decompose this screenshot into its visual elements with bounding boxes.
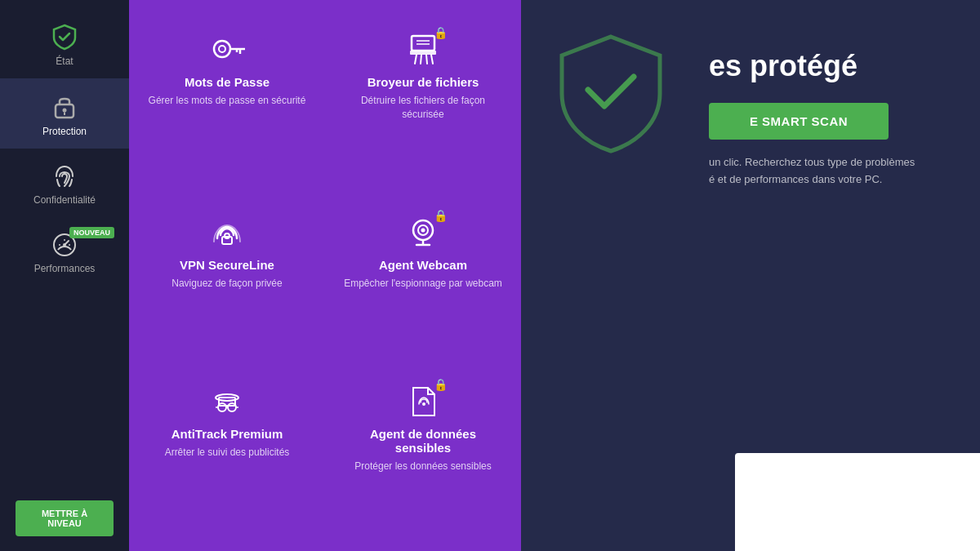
antitrack-icon <box>209 383 245 419</box>
sidebar-item-label: Performances <box>34 263 96 274</box>
svg-line-20 <box>426 55 427 64</box>
dropdown-item-desc: Empêcher l'espionnage par webcam <box>344 277 502 291</box>
key-icon <box>209 31 245 67</box>
webcam-icon: 🔒 <box>405 214 441 250</box>
dropdown-item-desc: Protéger les données sensibles <box>354 460 491 473</box>
dropdown-item-title: Agent Webcam <box>379 258 467 272</box>
dropdown-item-title: VPN SecureLine <box>180 258 274 272</box>
sidebar-item-protection[interactable]: Protection <box>0 78 129 149</box>
sidebar-item-performances[interactable]: NOUVEAU Performances <box>0 217 129 286</box>
fingerprint-icon <box>51 163 78 189</box>
main-content: es protégé E SMART SCAN un clic. Recherc… <box>521 0 980 551</box>
svg-point-36 <box>422 402 425 406</box>
shredder-icon: 🔒 <box>405 31 441 67</box>
datasensible-icon: 🔒 <box>405 383 441 419</box>
dropdown-item-title: Broyeur de fichiers <box>368 75 479 89</box>
lock-badge-icon: 🔒 <box>434 26 448 39</box>
vpn-icon <box>209 214 245 250</box>
svg-point-9 <box>214 41 230 57</box>
svg-line-21 <box>431 55 433 64</box>
shield-area <box>546 24 676 158</box>
scan-desc-line1: un clic. Recherchez tous type de problèm… <box>709 154 939 171</box>
svg-point-32 <box>228 403 236 411</box>
sidebar: État Protection Confidentialité <box>0 0 129 551</box>
shield-check-icon <box>51 23 78 51</box>
sidebar-item-etat[interactable]: État <box>0 8 129 78</box>
svg-line-19 <box>421 55 421 64</box>
dropdown-item-desc: Naviguez de façon privée <box>172 277 282 291</box>
lock-icon <box>52 93 77 121</box>
dropdown-item-title: Mots de Passe <box>185 75 270 89</box>
nouveau-badge: NOUVEAU <box>69 227 114 238</box>
sidebar-item-label: Protection <box>42 126 87 137</box>
svg-point-31 <box>218 403 226 411</box>
dropdown-item-title: AntiTrack Premium <box>172 427 283 441</box>
dropdown-item-antitrack[interactable]: AntiTrack Premium Arrêter le suivi des p… <box>129 360 325 543</box>
sidebar-item-confidentialite[interactable]: Confidentialité <box>0 149 129 217</box>
svg-rect-14 <box>412 36 434 51</box>
scan-desc-line2: é et de performances dans votre PC. <box>709 171 939 189</box>
dropdown-item-desc: Détruire les fichiers de façon sécurisée <box>341 94 505 122</box>
dropdown-item-vpn[interactable]: VPN SecureLine Naviguez de façon privée <box>129 191 325 360</box>
svg-rect-17 <box>410 51 436 55</box>
upgrade-button[interactable]: METTRE À NIVEAU <box>16 500 114 536</box>
dropdown-item-desc: Gérer les mots de passe en sécurité <box>149 94 306 108</box>
sidebar-item-label: Confidentialité <box>33 194 96 206</box>
dropdown-item-title: Agent de données sensibles <box>341 427 505 455</box>
svg-point-26 <box>421 228 425 232</box>
dropdown-item-broyeur[interactable]: 🔒 Broyeur de fichiers Détruire les fichi… <box>325 8 521 191</box>
bottom-panel <box>735 453 980 551</box>
lock-badge-icon: 🔒 <box>434 209 448 222</box>
svg-point-10 <box>219 46 225 52</box>
dropdown-item-mots-de-passe[interactable]: Mots de Passe Gérer les mots de passe en… <box>129 8 325 191</box>
sidebar-item-label: État <box>56 56 73 67</box>
protection-dropdown: Mots de Passe Gérer les mots de passe en… <box>129 0 521 551</box>
dropdown-item-donnees-sensibles[interactable]: 🔒 Agent de données sensibles Protéger le… <box>325 360 521 543</box>
lock-badge-icon: 🔒 <box>434 378 448 391</box>
svg-line-18 <box>415 55 416 64</box>
svg-point-5 <box>63 243 66 247</box>
dropdown-item-desc: Arrêter le suivi des publicités <box>165 446 290 460</box>
svg-point-1 <box>63 109 67 113</box>
protected-text: es protégé <box>709 49 939 83</box>
dropdown-item-webcam[interactable]: 🔒 Agent Webcam Empêcher l'espionnage par… <box>325 191 521 360</box>
smart-scan-button[interactable]: E SMART SCAN <box>709 103 889 140</box>
